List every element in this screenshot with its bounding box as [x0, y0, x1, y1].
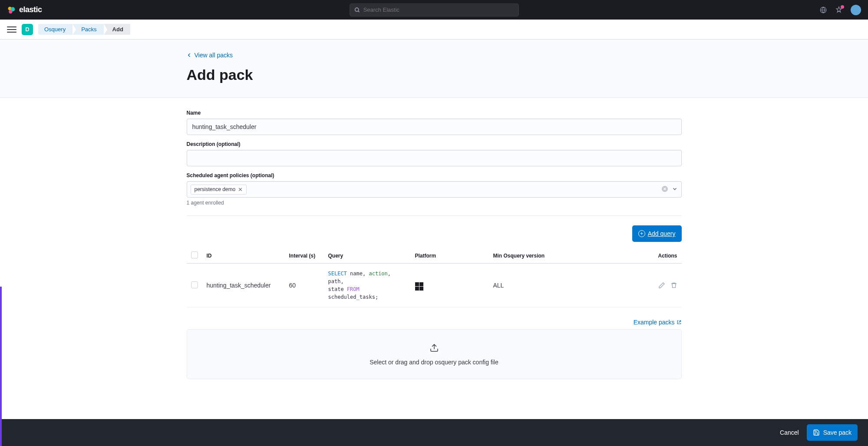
- cell-min-version: ALL: [489, 264, 638, 307]
- cell-platform: [411, 264, 489, 307]
- external-link-icon: [677, 320, 682, 325]
- plus-circle-icon: +: [638, 230, 645, 237]
- col-interval: Interval (s): [285, 248, 324, 264]
- policies-label: Scheduled agent policies (optional): [187, 172, 682, 178]
- policies-help-text: 1 agent enrolled: [187, 200, 682, 206]
- divider: [187, 215, 682, 216]
- col-actions: Actions: [638, 248, 682, 264]
- cell-interval: 60: [285, 264, 324, 307]
- chevron-down-icon[interactable]: [672, 186, 678, 193]
- upload-dropzone[interactable]: Select or drag and drop osquery pack con…: [187, 329, 682, 379]
- breadcrumbs: Osquery Packs Add: [38, 24, 130, 35]
- edit-icon[interactable]: [658, 282, 665, 289]
- news-feed-icon[interactable]: [835, 6, 843, 14]
- notification-dot: [841, 5, 844, 9]
- name-input[interactable]: [187, 119, 682, 135]
- name-label: Name: [187, 110, 682, 116]
- windows-icon: [415, 282, 423, 291]
- delete-icon[interactable]: [670, 282, 677, 289]
- cancel-button[interactable]: Cancel: [780, 429, 799, 436]
- chevron-left-icon: [187, 53, 192, 58]
- page-header: View all packs Add pack: [0, 40, 868, 98]
- globe-icon[interactable]: [819, 6, 827, 14]
- breadcrumb-packs[interactable]: Packs: [73, 24, 103, 35]
- col-min-version: Min Osquery version: [489, 248, 638, 264]
- svg-point-3: [355, 8, 358, 11]
- remove-pill-icon[interactable]: ✕: [238, 186, 243, 193]
- cell-id: hunting_task_scheduler: [202, 264, 285, 307]
- policy-pill-label: persistence demo: [195, 186, 236, 192]
- elastic-logo-icon: [7, 6, 16, 14]
- col-query: Query: [324, 248, 411, 264]
- cell-query: SELECT name, action, path, state FROM sc…: [324, 264, 411, 307]
- clear-all-icon[interactable]: [661, 185, 668, 194]
- breadcrumb-add: Add: [104, 24, 130, 35]
- queries-table: ID Interval (s) Query Platform Min Osque…: [187, 248, 682, 307]
- policies-combobox[interactable]: persistence demo ✕: [187, 181, 682, 198]
- back-link-label: View all packs: [195, 52, 233, 59]
- user-avatar[interactable]: [851, 5, 861, 15]
- add-query-button[interactable]: + Add query: [632, 225, 682, 242]
- form: Name Description (optional) Scheduled ag…: [187, 98, 682, 401]
- nav-toggle-icon[interactable]: [7, 25, 17, 34]
- search-input[interactable]: [363, 7, 514, 13]
- brand-logo[interactable]: elastic: [7, 5, 42, 14]
- save-icon: [813, 429, 820, 436]
- table-row: hunting_task_scheduler 60 SELECT name, a…: [187, 264, 682, 307]
- left-accent-strip: [0, 287, 2, 440]
- description-label: Description (optional): [187, 141, 682, 147]
- example-packs-link[interactable]: Example packs: [634, 319, 682, 326]
- header-right: [819, 5, 861, 15]
- select-all-checkbox[interactable]: [191, 251, 198, 258]
- svg-point-2: [9, 10, 12, 13]
- search-icon: [354, 7, 360, 13]
- add-query-label: Add query: [648, 230, 676, 237]
- breadcrumb-osquery[interactable]: Osquery: [38, 24, 73, 35]
- dropzone-text: Select or drag and drop osquery pack con…: [200, 359, 668, 366]
- upload-icon: [429, 343, 439, 353]
- bottom-bar: Cancel Save pack: [0, 419, 868, 440]
- row-checkbox[interactable]: [191, 281, 198, 288]
- sub-header: D Osquery Packs Add: [0, 20, 868, 40]
- col-id: ID: [202, 248, 285, 264]
- space-badge[interactable]: D: [22, 24, 33, 35]
- brand-text: elastic: [19, 5, 42, 14]
- back-link[interactable]: View all packs: [187, 52, 233, 59]
- page-title: Add pack: [187, 66, 682, 83]
- save-pack-button[interactable]: Save pack: [807, 424, 858, 440]
- global-search[interactable]: [350, 3, 519, 17]
- save-pack-label: Save pack: [823, 429, 851, 436]
- top-header: elastic: [0, 0, 868, 20]
- col-platform: Platform: [411, 248, 489, 264]
- policy-pill: persistence demo ✕: [191, 185, 247, 195]
- description-input[interactable]: [187, 150, 682, 166]
